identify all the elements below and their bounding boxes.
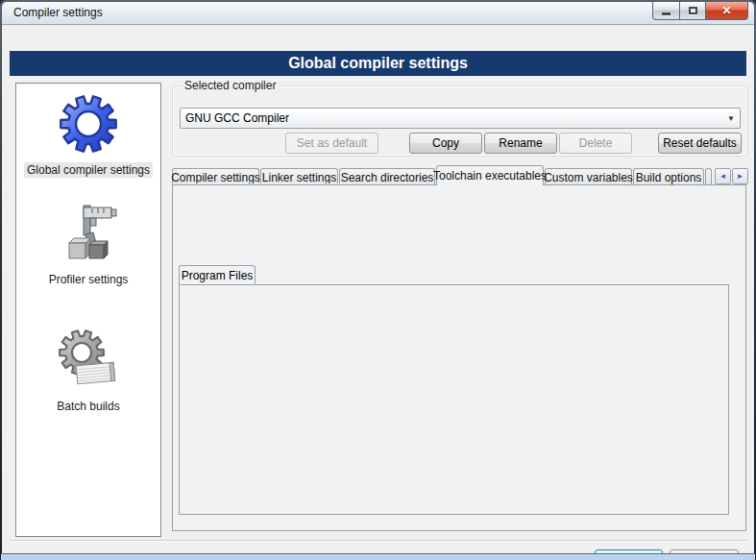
subtab-program-files[interactable]: Program Files — [179, 265, 256, 284]
tab-custom-variables[interactable]: Custom variables — [545, 168, 632, 185]
copy-button[interactable]: Copy — [409, 133, 482, 154]
close-icon: ✕ — [721, 4, 731, 17]
set-as-default-button[interactable]: Set as default — [285, 133, 378, 154]
reset-defaults-button[interactable]: Reset defaults — [658, 133, 742, 154]
sidebar: Global compiler settings — [15, 83, 161, 537]
sidebar-item-global-compiler-settings[interactable]: Global compiler settings — [16, 93, 160, 178]
sidebar-item-label: Batch builds — [54, 399, 122, 414]
caliper-icon — [58, 203, 119, 264]
window-controls: ✕ — [652, 2, 748, 20]
sidebar-item-label: Profiler settings — [46, 272, 132, 287]
window-bottom-frame — [1, 553, 755, 560]
compiler-settings-window: Compiler settings ✕ Global compiler sett… — [0, 0, 756, 560]
compiler-select[interactable]: GNU GCC Compiler ▼ — [180, 108, 741, 129]
minimize-button[interactable] — [652, 2, 680, 20]
rename-button[interactable]: Rename — [484, 133, 557, 154]
tab-scroll-right-icon[interactable]: ► — [732, 168, 748, 184]
tab-build-options[interactable]: Build options — [633, 168, 704, 185]
titlebar[interactable]: Compiler settings — [2, 2, 754, 25]
close-button[interactable]: ✕ — [705, 2, 748, 20]
compiler-select-value: GNU GCC Compiler — [185, 111, 289, 125]
window-title: Compiler settings — [13, 6, 103, 19]
gray-gear-papers-icon — [58, 329, 119, 391]
tab-toolchain-executables[interactable]: Toolchain executables — [436, 165, 544, 185]
selected-compiler-group-label: Selected compiler — [181, 79, 280, 92]
footer-divider — [10, 540, 746, 542]
sidebar-item-profiler-settings[interactable]: Profiler settings — [16, 203, 160, 287]
page-title: Global compiler settings — [10, 51, 746, 76]
dialog-client-area: Global compiler settings Global compiler… — [2, 25, 754, 553]
maximize-button[interactable] — [679, 2, 706, 20]
minimize-icon — [662, 12, 671, 15]
sidebar-item-label: Global compiler settings — [24, 162, 153, 178]
tab-partial[interactable] — [705, 168, 712, 185]
tab-scroll-left-icon[interactable]: ◄ — [715, 168, 731, 184]
delete-button[interactable]: Delete — [559, 133, 632, 154]
blue-gear-icon — [58, 93, 119, 155]
maximize-icon — [689, 7, 697, 14]
program-files-page — [179, 284, 729, 515]
sidebar-item-batch-builds[interactable]: Batch builds — [16, 329, 160, 414]
chevron-down-icon: ▼ — [727, 114, 735, 123]
